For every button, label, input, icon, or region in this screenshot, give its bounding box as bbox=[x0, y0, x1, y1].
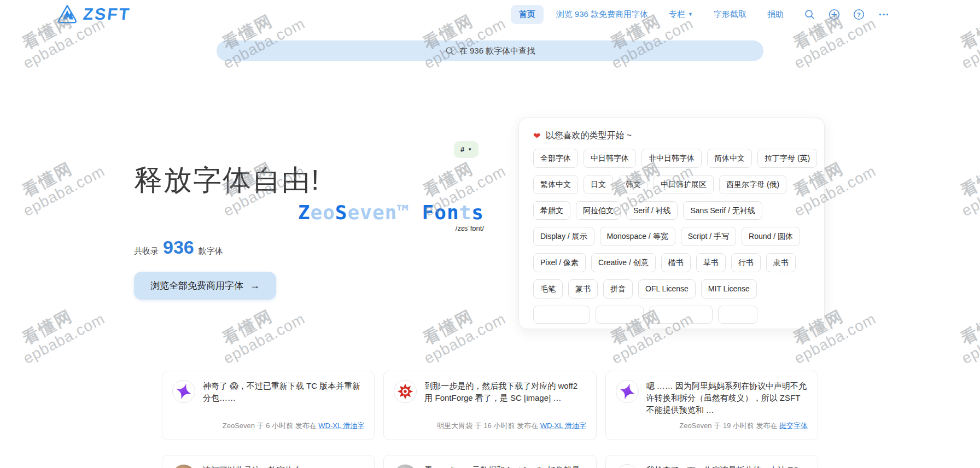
purple-star-avatar bbox=[616, 380, 639, 403]
tag-日文[interactable]: 日文 bbox=[584, 175, 613, 194]
category-panel: ❤ 以您喜欢的类型开始 ~ 全部字体中日韩字体非中日韩字体简体中文拉丁字母 (英… bbox=[518, 118, 825, 329]
tag-希腊文[interactable]: 希腊文 bbox=[533, 201, 570, 220]
brand-segment: S bbox=[335, 201, 348, 224]
brand-segment: eo bbox=[311, 201, 335, 224]
main-nav: 首页浏览 936 款免费商用字体专栏▼字形截取捐助 bbox=[511, 5, 792, 24]
font-count: 936 bbox=[163, 238, 194, 256]
search-icon bbox=[445, 46, 454, 56]
nav-icon-group: ? bbox=[804, 9, 890, 20]
arrow-right-icon: → bbox=[250, 280, 260, 291]
comment-text: 看 result.css 元数据和 font-family 好像就是了 bbox=[424, 464, 586, 468]
tag-OFL License[interactable]: OFL License bbox=[638, 279, 696, 299]
more-ellipsis-icon[interactable] bbox=[878, 9, 890, 20]
search-input[interactable]: 在 936 款字体中查找 bbox=[217, 40, 763, 61]
tag-Creative / 创意[interactable]: Creative / 创意 bbox=[591, 253, 656, 272]
tag-毛笔[interactable]: 毛笔 bbox=[533, 279, 563, 299]
tag-cutoff[interactable] bbox=[718, 306, 757, 324]
comment-card[interactable]: 神奇了 😱，不过已重新下载 TC 版本并重新分包……ZeoSeven 于 6 小… bbox=[162, 371, 375, 440]
logo-text: ZSFT bbox=[82, 5, 132, 24]
nav-item-label: 字形截取 bbox=[714, 9, 746, 20]
brand-segment: t bbox=[459, 201, 472, 224]
watermark-text-en: epbaba.com bbox=[421, 310, 509, 367]
tag-隶书[interactable]: 隶书 bbox=[766, 253, 796, 272]
hero-section: 释放字体自由! ZeoSeven™ Fonts /zɛsˈfɒnt/ 共收录 9… bbox=[134, 162, 484, 300]
hash-filter-button[interactable]: # ▼ bbox=[454, 141, 479, 158]
tag-Sans Serif / 无衬线[interactable]: Sans Serif / 无衬线 bbox=[683, 201, 762, 220]
watermark: 看懂网epbaba.com bbox=[19, 146, 107, 215]
nav-item-1[interactable]: 浏览 936 款免费商用字体 bbox=[548, 5, 656, 24]
comment-meta-text: ZeoSeven 于 19 小时前 发布在 bbox=[679, 422, 779, 430]
comment-text: 请问可以收录这一款字体么 https://www.maoke bbox=[203, 464, 364, 468]
heart-icon: ❤ bbox=[533, 131, 540, 141]
comment-card[interactable]: 看 result.css 元数据和 font-family 好像就是了 bbox=[383, 455, 596, 468]
comment-body: 嗯 …… 因为阿里妈妈系列在协议中声明不允许转换和拆分（虽然有歧义），所以 ZS… bbox=[646, 380, 808, 431]
panel-title: 以您喜欢的类型开始 ~ bbox=[545, 130, 632, 142]
tag-cutoff[interactable] bbox=[533, 306, 590, 324]
nav-item-2[interactable]: 专栏▼ bbox=[661, 5, 701, 24]
search-icon[interactable] bbox=[804, 9, 815, 20]
tag-中日韩字体[interactable]: 中日韩字体 bbox=[584, 149, 636, 168]
tag-西里尔字母 (俄)[interactable]: 西里尔字母 (俄) bbox=[719, 175, 786, 194]
comment-card[interactable]: 我检查了一下，你应该是拆分的，本站 TC 的 woff bbox=[605, 455, 818, 468]
tag-拉丁字母 (英)[interactable]: 拉丁字母 (英) bbox=[757, 149, 817, 168]
tag-中日韩扩展区[interactable]: 中日韩扩展区 bbox=[654, 175, 714, 194]
watermark-text-cn: 看懂网 bbox=[19, 146, 100, 200]
comment-card[interactable]: 嗯 …… 因为阿里妈妈系列在协议中声明不允许转换和拆分（虽然有歧义），所以 ZS… bbox=[605, 371, 818, 440]
comment-body: 到那一步是的，然后我下载了对应的 woff2 用 FontForge 看了，是 … bbox=[424, 380, 586, 431]
count-suffix: 款字体 bbox=[199, 246, 223, 256]
tag-Script / 手写[interactable]: Script / 手写 bbox=[681, 227, 736, 246]
tan-photo-avatar bbox=[172, 464, 195, 468]
comments-row-1: 神奇了 😱，不过已重新下载 TC 版本并重新分包……ZeoSeven 于 6 小… bbox=[162, 371, 818, 440]
tag-简体中文[interactable]: 简体中文 bbox=[707, 149, 752, 168]
count-prefix: 共收录 bbox=[134, 246, 159, 256]
font-count-line: 共收录 936 款字体 bbox=[134, 238, 484, 256]
comment-meta: ZeoSeven 于 19 小时前 发布在 提交字体 bbox=[646, 416, 808, 431]
nav-item-3[interactable]: 字形截取 bbox=[705, 5, 755, 24]
tag-楷书[interactable]: 楷书 bbox=[661, 253, 691, 272]
comment-text: 神奇了 😱，不过已重新下载 TC 版本并重新分包…… bbox=[203, 380, 364, 404]
tag-Round / 圆体[interactable]: Round / 圆体 bbox=[742, 227, 800, 246]
watermark-text-cn: 看懂网 bbox=[19, 294, 100, 348]
watermark: 看懂网epbaba.com bbox=[958, 294, 980, 363]
tag-繁体中文[interactable]: 繁体中文 bbox=[533, 175, 578, 194]
nav-item-0[interactable]: 首页 bbox=[511, 5, 544, 24]
watermark-text-en: epbaba.com bbox=[959, 310, 980, 367]
help-circle-icon[interactable]: ? bbox=[853, 9, 865, 20]
tag-cutoff[interactable] bbox=[649, 306, 713, 324]
tag-篆书[interactable]: 篆书 bbox=[568, 279, 598, 299]
tag-row: 希腊文阿拉伯文Serif / 衬线Sans Serif / 无衬线 bbox=[533, 201, 810, 220]
tag-Pixel / 像素[interactable]: Pixel / 像素 bbox=[533, 253, 586, 272]
tag-韩文[interactable]: 韩文 bbox=[619, 175, 648, 194]
tag-全部字体[interactable]: 全部字体 bbox=[533, 149, 578, 168]
watermark-text-cn: 看懂网 bbox=[219, 294, 300, 348]
watermark: 看懂网epbaba.com bbox=[420, 294, 508, 363]
tag-row: 繁体中文日文韩文中日韩扩展区西里尔字母 (俄) bbox=[533, 175, 810, 194]
tag-Monospace / 等宽[interactable]: Monospace / 等宽 bbox=[600, 227, 675, 246]
cta-label: 浏览全部免费商用字体 bbox=[150, 279, 243, 292]
logo[interactable]: ZSFT bbox=[57, 4, 131, 25]
tag-阿拉伯文[interactable]: 阿拉伯文 bbox=[576, 201, 621, 220]
tag-草书[interactable]: 草书 bbox=[696, 253, 726, 272]
logo-icon bbox=[57, 4, 78, 25]
comment-source-link[interactable]: WD-XL 滑油字 bbox=[540, 422, 586, 430]
browse-all-fonts-button[interactable]: 浏览全部免费商用字体 → bbox=[134, 272, 276, 300]
comment-card[interactable]: 请问可以收录这一款字体么 https://www.maoke bbox=[162, 455, 375, 468]
tag-MIT License[interactable]: MIT License bbox=[701, 279, 757, 299]
tag-非中日韩字体[interactable]: 非中日韩字体 bbox=[641, 149, 702, 168]
tag-拼音[interactable]: 拼音 bbox=[603, 279, 633, 299]
tag-Serif / 衬线[interactable]: Serif / 衬线 bbox=[626, 201, 678, 220]
purple-star-avatar bbox=[172, 380, 195, 403]
brand-wordmark: ZeoSeven™ Fonts bbox=[134, 202, 484, 223]
comment-card[interactable]: 到那一步是的，然后我下载了对应的 woff2 用 FontForge 看了，是 … bbox=[383, 371, 596, 440]
brand-segment: Z bbox=[298, 201, 311, 224]
nav-item-4[interactable]: 捐助 bbox=[759, 5, 792, 24]
tag-Display / 展示[interactable]: Display / 展示 bbox=[533, 227, 594, 246]
tag-cutoff[interactable] bbox=[596, 306, 644, 324]
comment-body: 神奇了 😱，不过已重新下载 TC 版本并重新分包……ZeoSeven 于 6 小… bbox=[203, 380, 364, 431]
comment-source-link[interactable]: WD-XL 滑油字 bbox=[318, 422, 364, 430]
tag-行书[interactable]: 行书 bbox=[731, 253, 761, 272]
comment-body: 请问可以收录这一款字体么 https://www.maoke bbox=[203, 464, 364, 468]
nav-item-label: 捐助 bbox=[767, 9, 784, 20]
comment-source-link[interactable]: 提交字体 bbox=[779, 422, 808, 430]
plus-circle-icon[interactable] bbox=[829, 9, 840, 20]
